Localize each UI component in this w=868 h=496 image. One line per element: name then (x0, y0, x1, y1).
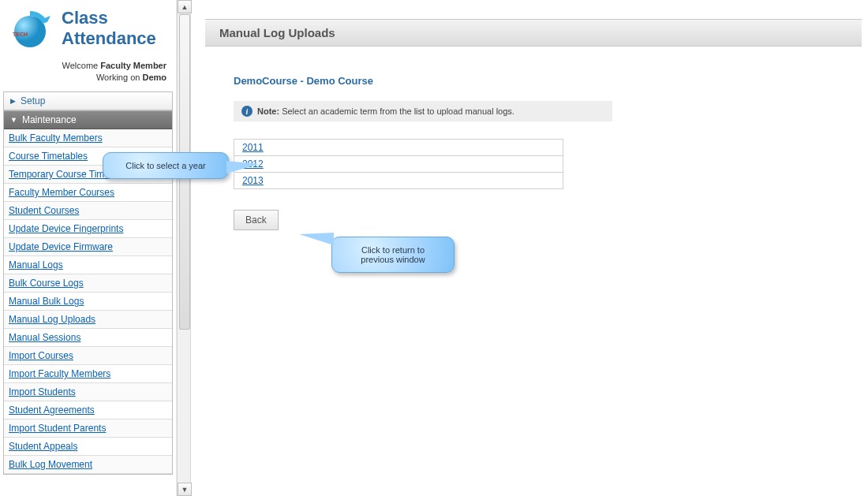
sidebar-link[interactable]: Manual Logs (9, 259, 63, 270)
year-link[interactable]: 2011 (242, 142, 264, 153)
accordion-header-maintenance[interactable]: ▼ Maintenance (4, 111, 172, 129)
sidebar-item[interactable]: Update Device Firmware (4, 238, 172, 256)
accordion-setup[interactable]: ▶ Setup (3, 91, 173, 110)
sidebar-item[interactable]: Import Students (4, 383, 172, 401)
sidebar-item[interactable]: Bulk Log Movement (4, 456, 172, 474)
sidebar-link[interactable]: Update Device Fingerprints (9, 223, 123, 234)
welcome-text: Welcome Faculty Member Working on Demo (3, 58, 173, 91)
sidebar-item[interactable]: Import Student Parents (4, 420, 172, 438)
back-button[interactable]: Back (234, 210, 279, 230)
sidebar-link[interactable]: Student Appeals (9, 441, 77, 452)
sidebar-item[interactable]: Import Courses (4, 347, 172, 365)
accordion-label: Maintenance (22, 114, 77, 125)
sidebar-item[interactable]: Bulk Course Logs (4, 274, 172, 293)
year-cell: 2012 (234, 156, 563, 173)
brand-logo: TECH (8, 8, 52, 52)
year-cell: 2011 (234, 140, 563, 156)
content: Manual Log Uploads DemoCourse - Demo Cou… (191, 0, 868, 496)
sidebar-item[interactable]: Import Faculty Members (4, 365, 172, 383)
scroll-up-arrow-icon[interactable]: ▲ (178, 0, 192, 13)
page-title: Manual Log Uploads (205, 19, 862, 47)
sidebar-item[interactable]: Student Agreements (4, 401, 172, 420)
sidebar-link[interactable]: Bulk Faculty Members (9, 132, 103, 144)
chevron-right-icon: ▶ (10, 97, 16, 105)
scroll-down-arrow-icon[interactable]: ▼ (178, 483, 192, 496)
info-icon: i (241, 106, 253, 117)
sidebar-link[interactable]: Student Courses (9, 205, 79, 216)
vertical-scrollbar[interactable]: ▲ ▼ (177, 0, 191, 496)
year-table: 201120122013 (234, 139, 563, 189)
accordion-label: Setup (21, 95, 45, 106)
sidebar-item[interactable]: Update Device Fingerprints (4, 220, 172, 238)
table-row: 2012 (234, 156, 563, 173)
sidebar-item[interactable]: Student Appeals (4, 438, 172, 456)
sidebar-item[interactable]: Manual Logs (4, 256, 172, 274)
callout-select-year: Click to select a year (103, 152, 229, 179)
maintenance-menu: Bulk Faculty MembersCourse TimetablesTem… (4, 129, 172, 474)
table-row: 2013 (234, 173, 563, 189)
sidebar-item[interactable]: Manual Sessions (4, 329, 172, 347)
sidebar-link[interactable]: Student Agreements (9, 405, 95, 416)
sidebar-item[interactable]: Manual Log Uploads (4, 311, 172, 329)
sidebar-item[interactable]: Student Courses (4, 202, 172, 220)
sidebar-link[interactable]: Update Device Firmware (9, 241, 113, 252)
sidebar-link[interactable]: Bulk Course Logs (9, 278, 84, 289)
sidebar: TECH Class Attendance Welcome Faculty Me… (0, 0, 177, 496)
sidebar-item[interactable]: Manual Bulk Logs (4, 293, 172, 311)
note-box: i Note: Select an academic term from the… (234, 101, 612, 121)
sidebar-link[interactable]: Manual Sessions (9, 332, 80, 343)
callout-back: Click to return to previous window (331, 237, 455, 273)
app-title: Class Attendance (62, 8, 156, 49)
accordion-header-setup[interactable]: ▶ Setup (4, 92, 172, 110)
sidebar-link[interactable]: Manual Bulk Logs (9, 296, 84, 307)
year-link[interactable]: 2013 (242, 175, 264, 186)
svg-text:TECH: TECH (13, 32, 28, 37)
sidebar-link[interactable]: Manual Log Uploads (9, 314, 95, 325)
sidebar-link[interactable]: Faculty Member Courses (9, 187, 114, 198)
sidebar-link[interactable]: Course Timetables (9, 151, 88, 162)
sidebar-link[interactable]: Import Courses (9, 350, 73, 361)
sidebar-link[interactable]: Import Faculty Members (9, 368, 110, 379)
sidebar-link[interactable]: Import Student Parents (9, 423, 106, 434)
chevron-down-icon: ▼ (10, 116, 17, 124)
sidebar-item[interactable]: Faculty Member Courses (4, 184, 172, 202)
table-row: 2011 (234, 140, 563, 156)
year-cell: 2013 (234, 173, 563, 189)
sidebar-link[interactable]: Bulk Log Movement (9, 459, 92, 470)
callout-tail-icon (226, 161, 260, 173)
sidebar-item[interactable]: Bulk Faculty Members (4, 129, 172, 147)
brand: TECH Class Attendance (3, 5, 173, 58)
sidebar-link[interactable]: Import Students (9, 386, 76, 397)
callout-tail-icon (299, 233, 334, 245)
course-heading: DemoCourse - Demo Course (234, 75, 862, 87)
